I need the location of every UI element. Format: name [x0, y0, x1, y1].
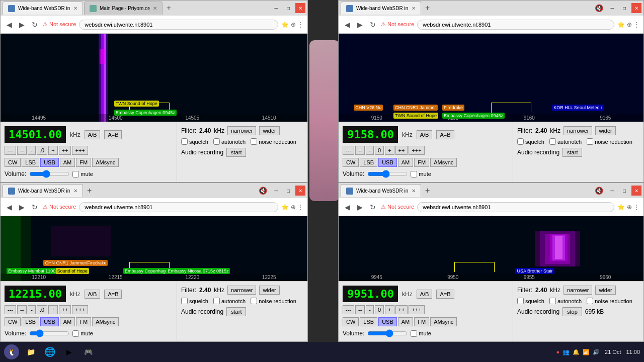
- tab-close-tr[interactable]: ✕: [412, 6, 416, 11]
- autonotch-check-tl[interactable]: [213, 138, 220, 145]
- step-tl-2[interactable]: -: [28, 146, 36, 155]
- narrower-btn-tr[interactable]: narrower: [564, 126, 592, 135]
- step-bl-1[interactable]: --: [17, 305, 27, 314]
- aeqb-btn-bl[interactable]: A=B: [104, 290, 122, 299]
- tab-close-bl[interactable]: ✕: [73, 188, 77, 194]
- step-br-1[interactable]: --: [355, 305, 365, 314]
- win-max-tl[interactable]: □: [283, 3, 293, 13]
- step-tl-6[interactable]: +++: [72, 146, 88, 155]
- win-max-br[interactable]: □: [619, 186, 629, 196]
- tab-close-tl2[interactable]: ✕: [153, 6, 157, 11]
- new-tab-tl[interactable]: +: [164, 4, 174, 13]
- mode-fm-br[interactable]: FM: [414, 317, 429, 326]
- start-btn-tr[interactable]: start: [562, 148, 582, 157]
- step-tl-4[interactable]: +: [48, 146, 57, 155]
- step-bl-5[interactable]: ++: [59, 305, 71, 314]
- ab-btn-tl[interactable]: A/B: [85, 130, 101, 139]
- tab-br-active[interactable]: Wide-band WebSDR in Ens... ✕: [341, 184, 421, 197]
- mute-win-bl[interactable]: 🔇: [259, 187, 267, 195]
- new-tab-bl[interactable]: +: [84, 186, 95, 195]
- tab-tl-active[interactable]: Wide-band WebSDR in Ens... ✕: [3, 2, 83, 15]
- station-twn-tl[interactable]: TWN Sound of Hope: [114, 101, 159, 107]
- narrower-btn-tl[interactable]: narrower: [227, 126, 256, 135]
- start-btn-tl[interactable]: start: [226, 148, 246, 157]
- taskbar-icon-game[interactable]: 🎮: [80, 344, 96, 359]
- waterfall-tr[interactable]: 9150 9155 9160 9165 CHN V26 Nu CHN CNR1 …: [339, 34, 643, 122]
- step-br-5[interactable]: ++: [395, 305, 408, 314]
- step-br-2[interactable]: -: [366, 305, 374, 314]
- step-bl-0[interactable]: ---: [5, 305, 16, 314]
- step-tl-5[interactable]: ++: [59, 146, 71, 155]
- step-bl-2[interactable]: -: [28, 305, 36, 314]
- mute-win-tr[interactable]: 🔇: [595, 4, 603, 12]
- tab-tr-active[interactable]: Wide-band WebSDR in Ens... ✕: [341, 2, 421, 15]
- station-chncnr1-tr[interactable]: CHN CNR1 Jammer: [393, 105, 438, 111]
- step-br-3[interactable]: 0: [375, 305, 384, 314]
- taskbar-icon-browser[interactable]: 🌐: [42, 344, 57, 359]
- ab-btn-br[interactable]: A/B: [417, 290, 433, 299]
- aeqb-btn-tl[interactable]: A=B: [104, 130, 122, 139]
- mode-usb-tl[interactable]: USB: [40, 158, 59, 167]
- ab-btn-bl[interactable]: A/B: [85, 290, 101, 299]
- noisered-check-tr[interactable]: [587, 138, 593, 145]
- reload-btn-tl[interactable]: ↻: [30, 20, 40, 30]
- back-btn-br[interactable]: ◀: [343, 202, 352, 212]
- url-input-tl[interactable]: [79, 20, 278, 30]
- win-close-tl[interactable]: ✕: [295, 3, 305, 13]
- new-tab-br[interactable]: +: [422, 186, 433, 195]
- mode-lsb-tr[interactable]: LSB: [360, 158, 377, 167]
- station-embassy-tl[interactable]: Embassy Copenhagen 0945z: [114, 110, 177, 116]
- autonotch-check-bl[interactable]: [213, 298, 220, 304]
- step-tr-0[interactable]: ---: [343, 146, 354, 155]
- back-btn-tl[interactable]: ◀: [5, 20, 14, 30]
- noisered-check-tl[interactable]: [251, 138, 257, 145]
- volume-slider-br[interactable]: [367, 329, 408, 337]
- squelch-check-bl[interactable]: [181, 298, 188, 304]
- mode-am-bl[interactable]: AM: [60, 317, 75, 326]
- waterfall-bl[interactable]: 12210 12215 12220 12225 Embassy Mumbai 1…: [1, 216, 307, 281]
- win-close-br[interactable]: ✕: [631, 186, 641, 196]
- step-tl-1[interactable]: --: [17, 146, 27, 155]
- mode-amsync-bl[interactable]: AMsync: [92, 317, 119, 326]
- station-nicosa-bl[interactable]: Embassy Nicosa 0715z 0815z: [166, 268, 230, 274]
- forward-btn-br[interactable]: ▶: [355, 202, 365, 212]
- mute-check-tr[interactable]: [411, 171, 417, 177]
- win-min-br[interactable]: ─: [607, 186, 617, 196]
- tab-tl-inactive[interactable]: Main Page · Priyom.org ✕: [84, 2, 163, 15]
- mode-fm-bl[interactable]: FM: [76, 317, 91, 326]
- taskbar-icon-files[interactable]: 📁: [23, 344, 38, 359]
- win-max-bl[interactable]: □: [283, 186, 293, 196]
- squelch-check-br[interactable]: [517, 298, 524, 304]
- narrower-btn-bl[interactable]: narrower: [227, 286, 256, 295]
- station-twn-tr[interactable]: TWN Sound of Hope: [393, 113, 438, 119]
- step-br-6[interactable]: +++: [409, 305, 424, 314]
- url-input-br[interactable]: [417, 202, 614, 212]
- tab-close-tl[interactable]: ✕: [73, 6, 77, 11]
- mode-cw-tr[interactable]: CW: [343, 158, 359, 167]
- wider-btn-tr[interactable]: wider: [595, 126, 615, 135]
- station-kor-tr[interactable]: KOR HLL Seoul Meteo r: [552, 105, 604, 111]
- reload-btn-tr[interactable]: ↻: [368, 20, 378, 30]
- mode-cw-tl[interactable]: CW: [5, 158, 21, 167]
- step-tr-2[interactable]: -: [366, 146, 374, 155]
- stop-btn-br[interactable]: stop: [562, 307, 582, 316]
- mute-check-bl[interactable]: [72, 330, 79, 337]
- back-btn-bl[interactable]: ◀: [5, 202, 14, 212]
- win-min-tr[interactable]: ─: [607, 3, 617, 13]
- mute-check-br[interactable]: [411, 330, 417, 337]
- mode-lsb-br[interactable]: LSB: [360, 317, 377, 326]
- autonotch-check-tr[interactable]: [549, 138, 556, 145]
- waterfall-br[interactable]: 9945 9950 9955 9960 USA Brother Stair: [339, 216, 643, 281]
- step-bl-3[interactable]: .0: [37, 305, 47, 314]
- taskbar-icon-start[interactable]: 🐧: [4, 344, 19, 359]
- url-input-bl[interactable]: [79, 202, 278, 212]
- mode-am-br[interactable]: AM: [398, 317, 414, 326]
- mode-amsync-br[interactable]: AMsync: [430, 317, 457, 326]
- station-firedrake-tr[interactable]: Firedrake: [442, 105, 464, 111]
- forward-btn-tl[interactable]: ▶: [17, 20, 27, 30]
- step-tr-3[interactable]: 0: [375, 146, 384, 155]
- win-max-tr[interactable]: □: [619, 3, 629, 13]
- mode-cw-bl[interactable]: CW: [5, 317, 21, 326]
- wider-btn-br[interactable]: wider: [595, 286, 615, 295]
- wider-btn-tl[interactable]: wider: [259, 126, 279, 135]
